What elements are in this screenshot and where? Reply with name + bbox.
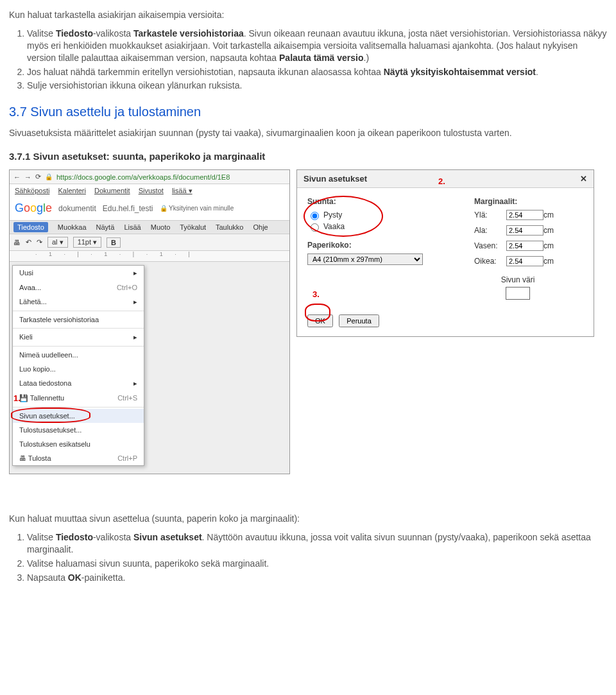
step-2: Jos haluat nähdä tarkemmin eritellyn ver… bbox=[27, 66, 607, 78]
navlink[interactable]: lisää ▾ bbox=[172, 187, 193, 194]
menu-muoto[interactable]: Muoto bbox=[151, 223, 171, 231]
mi-versiohistoria[interactable]: Tarkastele versiohistoriaa bbox=[13, 313, 144, 327]
step2-3: Napsauta OK-painiketta. bbox=[27, 572, 607, 584]
navlink[interactable]: Dokumentit bbox=[94, 187, 130, 194]
toolbar-icon[interactable]: ↶ bbox=[26, 238, 31, 246]
paper-select[interactable]: A4 (210mm x 297mm) bbox=[307, 253, 423, 265]
reload-icon[interactable]: ⟳ bbox=[35, 173, 41, 181]
mi-sivun-asetukset[interactable]: Sivun asetukset... bbox=[13, 409, 144, 423]
browser-bar: ← → ⟳ 🔒 https://docs.google.com/a/verkko… bbox=[10, 170, 289, 184]
heading-3-7: 3.7 Sivun asettelu ja tulostaminen bbox=[9, 105, 607, 119]
figures-row: ← → ⟳ 🔒 https://docs.google.com/a/verkko… bbox=[9, 169, 607, 474]
nav-links: Sähköposti Kalenteri Dokumentit Sivustot… bbox=[10, 184, 289, 198]
step-1: Valitse Tiedosto-valikosta Tarkastele ve… bbox=[27, 28, 607, 64]
margin-right-input[interactable] bbox=[506, 256, 543, 266]
mi-tallennettu[interactable]: 💾 TallennettuCtrl+S bbox=[13, 391, 144, 406]
google-logo: Google bbox=[15, 202, 52, 215]
menu-taulukko[interactable]: Taulukko bbox=[216, 223, 243, 231]
menu-tiedosto[interactable]: Tiedosto bbox=[13, 222, 48, 232]
marginaalit-label: Marginaalit: bbox=[474, 197, 561, 206]
menu-ohje[interactable]: Ohje bbox=[253, 223, 268, 231]
margin-bottom-input[interactable] bbox=[506, 225, 543, 236]
radio-pysty[interactable] bbox=[311, 212, 319, 220]
step2-2: Valitse haluamasi sivun suunta, paperiko… bbox=[27, 558, 607, 570]
mi-tulosta[interactable]: 🖶 TulostaCtrl+P bbox=[13, 451, 144, 465]
menu-nayta[interactable]: Näytä bbox=[96, 223, 115, 231]
para-3-7: Sivuasetuksista määrittelet asiakirjan s… bbox=[9, 127, 607, 139]
menu-separator bbox=[13, 346, 144, 347]
mi-tulostusasetukset[interactable]: Tulostusasetukset... bbox=[13, 423, 144, 437]
file-dropdown: Uusi▸ Avaa...Ctrl+O Lähetä...▸ Tarkastel… bbox=[12, 265, 144, 466]
margin-left-input[interactable] bbox=[506, 241, 543, 251]
navlink[interactable]: Sivustot bbox=[139, 187, 164, 194]
toolbar: 🖶 ↶ ↷ al ▾ 11pt ▾ B bbox=[10, 234, 289, 251]
logo-row: Google dokumentit Edu.hel.fi_testi 🔒 Yks… bbox=[10, 198, 289, 220]
annotation-2: 2. bbox=[438, 176, 445, 186]
menu-separator bbox=[13, 311, 144, 311]
figure-docs-file-menu: ← → ⟳ 🔒 https://docs.google.com/a/verkko… bbox=[9, 169, 290, 474]
doc-title[interactable]: Edu.hel.fi_testi bbox=[103, 204, 153, 213]
page-color-picker[interactable] bbox=[506, 287, 530, 300]
bold-button[interactable]: B bbox=[107, 237, 121, 248]
mi-nimea[interactable]: Nimeä uudelleen... bbox=[13, 348, 144, 362]
mi-uusi[interactable]: Uusi▸ bbox=[13, 266, 144, 280]
heading-3-7-1: 3.7.1 Sivun asetukset: suunta, paperikok… bbox=[9, 151, 607, 162]
style-select[interactable]: al ▾ bbox=[47, 237, 68, 248]
mi-lataa[interactable]: Lataa tiedostona▸ bbox=[13, 376, 144, 391]
docs-label: dokumentit bbox=[58, 204, 96, 213]
steps-list-2: Valitse Tiedosto-valikosta Sivun asetuks… bbox=[27, 531, 607, 584]
lock-icon: 🔒 bbox=[45, 173, 53, 180]
figure-page-setup-dialog: Sivun asetukset ✕ 2. Suunta: Pysty Vaaka… bbox=[296, 169, 594, 337]
close-icon[interactable]: ✕ bbox=[580, 174, 587, 184]
mi-laheta[interactable]: Lähetä...▸ bbox=[13, 295, 144, 309]
toolbar-icon[interactable]: ↷ bbox=[37, 238, 42, 246]
ok-button[interactable]: OK bbox=[307, 314, 333, 327]
mi-avaa[interactable]: Avaa...Ctrl+O bbox=[13, 280, 144, 295]
radio-vaaka[interactable] bbox=[311, 223, 319, 232]
annotation-3: 3. bbox=[312, 289, 320, 299]
steps-list-1: Valitse Tiedosto-valikosta Tarkastele ve… bbox=[27, 28, 607, 92]
navlink[interactable]: Sähköposti bbox=[15, 187, 49, 194]
menu-separator bbox=[13, 328, 144, 329]
dialog-title: Sivun asetukset ✕ bbox=[297, 170, 594, 188]
annotation-1: 1. bbox=[13, 393, 21, 403]
size-select[interactable]: 11pt ▾ bbox=[73, 237, 101, 248]
page-color-label: Sivun väri bbox=[474, 275, 561, 284]
menu-tyokalut[interactable]: Työkalut bbox=[180, 223, 206, 231]
suunta-label: Suunta: bbox=[307, 197, 436, 206]
navlink[interactable]: Kalenteri bbox=[58, 187, 86, 194]
toolbar-icon[interactable]: 🖶 bbox=[13, 239, 21, 246]
privacy-label: 🔒 Yksityinen vain minulle bbox=[160, 205, 234, 212]
mi-kieli[interactable]: Kieli▸ bbox=[13, 330, 144, 345]
dialog-body: 2. Suunta: Pysty Vaaka Paperikoko: A4 (2… bbox=[297, 188, 594, 336]
closing-intro: Kun haluat muuttaa sivun asettelua (suun… bbox=[9, 513, 607, 525]
intro-text: Kun haluat tarkastella asiakirjan aikais… bbox=[9, 9, 607, 21]
step2-1: Valitse Tiedosto-valikosta Sivun asetuks… bbox=[27, 531, 607, 556]
ruler: · 1 · | · 1 · | · 1 · | bbox=[10, 251, 289, 262]
forward-icon[interactable]: → bbox=[24, 173, 31, 181]
menu-lisaa[interactable]: Lisää bbox=[124, 223, 141, 231]
menubar: Tiedosto Muokkaa Näytä Lisää Muoto Työka… bbox=[10, 220, 289, 234]
cancel-button[interactable]: Peruuta bbox=[339, 314, 379, 327]
mi-esikatselu[interactable]: Tulostuksen esikatselu bbox=[13, 437, 144, 451]
menu-muokkaa[interactable]: Muokkaa bbox=[58, 223, 87, 231]
back-icon[interactable]: ← bbox=[13, 173, 21, 181]
url-text: https://docs.google.com/a/verkkoaps.fi/d… bbox=[56, 173, 230, 181]
menu-separator bbox=[13, 407, 144, 408]
margin-top-input[interactable] bbox=[506, 210, 543, 220]
mi-kopio[interactable]: Luo kopio... bbox=[13, 362, 144, 376]
paperikoko-label: Paperikoko: bbox=[307, 241, 436, 250]
step-3: Sulje versiohistorian ikkuna oikean ylän… bbox=[27, 80, 607, 92]
